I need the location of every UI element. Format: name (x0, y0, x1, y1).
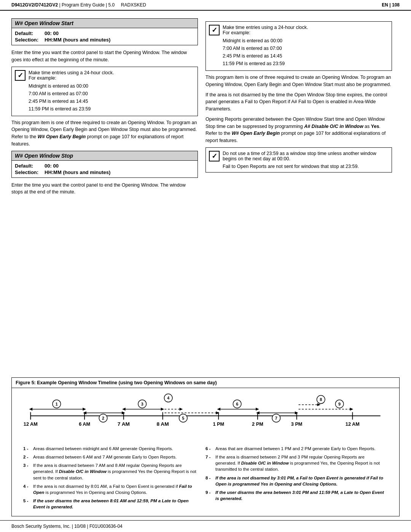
svg-text:9: 9 (338, 402, 341, 406)
figure-section: Figure 5: Example Opening Window Timelin… (11, 377, 400, 516)
section2-body1: Enter the time you want the control pane… (11, 182, 198, 196)
figure-legend: 1 - Areas disarmed between midnight and … (19, 443, 392, 516)
default-row-2: Default: 00: 00 (15, 163, 194, 169)
right-body1: This program item is one of three requir… (206, 74, 392, 88)
svg-marker-31 (217, 408, 220, 411)
note-box-2-right: ✓ Do not use a time of 23:59 as a window… (206, 147, 392, 173)
header-right: EN | 108 (382, 2, 400, 8)
legend-text-9: If the user disarms the area between 3:0… (215, 489, 384, 502)
legend-text-6: Areas that are disarmed between 1 PM and… (215, 446, 376, 452)
svg-text:3: 3 (141, 402, 143, 406)
legend-text-5: If the user disarms the area between 8:0… (33, 498, 202, 510)
note1-line1: Make time entries using a 24-hour clock. (29, 70, 114, 75)
svg-marker-39 (350, 408, 353, 411)
open-window-stop-section: W# Open Window Stop Default: 00: 00 Sele… (11, 151, 198, 178)
svg-text:7: 7 (275, 416, 277, 420)
legend-text-4: If the area is not disarmed by 8:01 AM, … (33, 483, 202, 495)
legend-item-2: 2 - Areas disarmed between 6 AM and 7 AM… (23, 454, 202, 460)
selection-row-2: Selection: HH:MM (hours and minutes) (15, 169, 194, 175)
svg-text:8: 8 (320, 397, 322, 402)
legend-num-4: 4 - (23, 483, 32, 489)
footer-date: 10/08 (74, 524, 86, 529)
note1-examples: Midnight is entered as 00:00 7:00 AM is … (29, 82, 114, 113)
svg-marker-27 (180, 408, 183, 411)
page-footer: Bosch Security Systems, Inc. | 10/08 | F… (0, 520, 411, 532)
svg-text:2 PM: 2 PM (252, 422, 263, 427)
default-label-1: Default: (15, 30, 41, 36)
selection-label-1: Selection: (15, 37, 41, 43)
right-body3: Opening Reports generated between the Op… (206, 116, 392, 144)
page-header: D9412GV2/D7412GV2 | Program Entry Guide … (0, 0, 411, 11)
timeline-svg: 12 AM 6 AM 7 AM 8 AM 1 PM 2 PM 3 PM 12 A… (19, 392, 392, 441)
note-box-1-right: ✓ Make time entries using a 24-hour cloc… (206, 21, 392, 71)
svg-text:8 AM: 8 AM (156, 422, 169, 427)
svg-text:12 AM: 12 AM (346, 422, 360, 427)
default-row-1: Default: 00: 00 (15, 30, 194, 36)
legend-num-9: 9 - (206, 489, 214, 495)
svg-text:6 AM: 6 AM (79, 422, 90, 427)
note1-line2: For example: (29, 75, 114, 81)
svg-text:4: 4 (167, 396, 169, 400)
header-pipe: | (389, 2, 392, 8)
right-note2-line3: Fail to Open Reports are not sent for wi… (223, 164, 389, 169)
svg-text:7 AM: 7 AM (118, 422, 130, 427)
legend-num-1: 1 - (23, 446, 32, 452)
open-window-stop-body: Default: 00: 00 Selection: HH:MM (hours … (12, 161, 198, 177)
footer-doc: F01U003636-04 (89, 524, 123, 529)
open-window-start-section: W# Open Window Start Default: 00: 00 Sel… (11, 18, 198, 45)
legend-item-5: 5 - If the user disarms the area between… (23, 498, 202, 510)
model-number: D9412GV2/D7412GV2 (11, 2, 58, 8)
main-content: W# Open Window Start Default: 00: 00 Sel… (0, 11, 411, 371)
legend-item-7: 7 - If the area is disarmed between 2 PM… (206, 454, 384, 472)
svg-text:1 PM: 1 PM (213, 422, 224, 427)
note-content-2-right: Do not use a time of 23:59 as a window s… (223, 151, 389, 169)
svg-marker-32 (256, 408, 259, 411)
legend-num-2: 2 - (23, 454, 32, 460)
svg-text:12 AM: 12 AM (24, 422, 38, 427)
right-note1-line1: Make time entries using a 24-hour clock. (223, 25, 308, 30)
legend-text-8: If the area is not disarmed by 3:01 PM, … (215, 475, 384, 487)
footer-company: Bosch Security Systems, Inc. (11, 524, 70, 529)
svg-marker-25 (161, 408, 164, 411)
svg-text:3 PM: 3 PM (291, 422, 303, 427)
note-content-1-left: Make time entries using a 24-hour clock.… (29, 70, 114, 113)
legend-col-right: 6 - Areas that are disarmed between 1 PM… (206, 446, 388, 512)
figure-body: 12 AM 6 AM 7 AM 8 AM 1 PM 2 PM 3 PM 12 A… (12, 388, 399, 516)
header-version: 5.0 (108, 2, 115, 8)
svg-marker-24 (122, 408, 126, 411)
checkmark-icon-2: ✓ (209, 25, 220, 35)
legend-item-1: 1 - Areas disarmed between midnight and … (23, 446, 202, 452)
header-page: 108 (392, 2, 400, 8)
default-label-2: Default: (15, 163, 41, 169)
svg-text:1: 1 (56, 402, 58, 406)
selection-row-1: Selection: HH:MM (hours and minutes) (15, 37, 194, 43)
header-product: RADXSKED (121, 2, 146, 8)
legend-item-6: 6 - Areas that are disarmed between 1 PM… (206, 446, 384, 452)
legend-num-3: 3 - (23, 462, 32, 468)
note-box-1-left: ✓ Make time entries using a 24-hour cloc… (11, 67, 198, 116)
header-spaces (116, 2, 119, 8)
legend-num-7: 7 - (206, 454, 214, 460)
legend-item-4: 4 - If the area is not disarmed by 8:01 … (23, 483, 202, 495)
svg-marker-18 (29, 408, 32, 411)
legend-item-8: 8 - If the area is not disarmed by 3:01 … (206, 475, 384, 487)
header-left: D9412GV2/D7412GV2 | Program Entry Guide … (11, 2, 146, 8)
section1-body1: Enter the time you want the control pane… (11, 49, 198, 64)
selection-value-2: HH:MM (hours and minutes) (45, 169, 110, 175)
legend-item-3: 3 - If the area is disarmed between 7 AM… (23, 462, 202, 481)
svg-text:5: 5 (182, 416, 184, 420)
legend-num-6: 6 - (206, 446, 214, 452)
default-value-1: 00: 00 (45, 30, 59, 36)
right-column: ✓ Make time entries using a 24-hour cloc… (206, 18, 392, 371)
figure-title: Figure 5: Example Opening Window Timelin… (12, 378, 399, 388)
right-note1-line2: For example: (223, 30, 308, 35)
legend-num-8: 8 - (206, 475, 214, 481)
page: D9412GV2/D7412GV2 | Program Entry Guide … (0, 0, 411, 532)
checkmark-icon-3: ✓ (209, 151, 220, 161)
right-body2: If the area is not disarmed by the time … (206, 91, 392, 113)
checkmark-icon-1: ✓ (15, 70, 25, 81)
right-note1-examples: Midnight is entered as 00:00 7:00 AM is … (223, 37, 308, 67)
selection-label-2: Selection: (15, 169, 41, 175)
svg-text:6: 6 (236, 402, 238, 406)
header-lang: EN (382, 2, 388, 8)
